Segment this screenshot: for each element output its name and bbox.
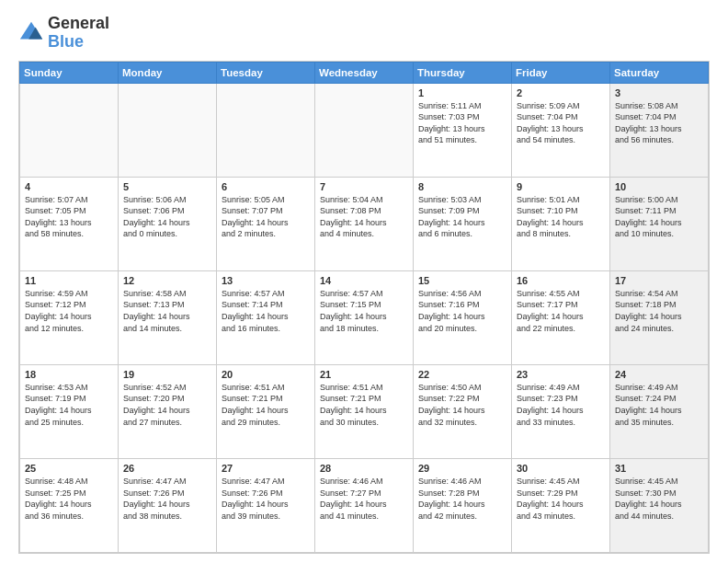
day-info: Sunrise: 4:51 AMSunset: 7:21 PMDaylight:… bbox=[320, 382, 408, 428]
day-info: Sunrise: 5:09 AMSunset: 7:04 PMDaylight:… bbox=[517, 100, 605, 146]
day-number: 1 bbox=[418, 87, 506, 98]
week-row-0: 1Sunrise: 5:11 AMSunset: 7:03 PMDaylight… bbox=[20, 83, 709, 177]
day-info: Sunrise: 5:03 AMSunset: 7:09 PMDaylight:… bbox=[418, 194, 506, 240]
day-info: Sunrise: 4:47 AMSunset: 7:26 PMDaylight:… bbox=[123, 476, 211, 522]
day-number: 15 bbox=[418, 275, 506, 286]
weekday-header-saturday: Saturday bbox=[610, 62, 709, 83]
day-number: 12 bbox=[123, 275, 211, 286]
calendar-cell: 23Sunrise: 4:49 AMSunset: 7:23 PMDayligh… bbox=[512, 364, 610, 458]
logo-text: GeneralBlue bbox=[48, 15, 109, 52]
day-info: Sunrise: 5:00 AMSunset: 7:11 PMDaylight:… bbox=[615, 194, 703, 240]
day-info: Sunrise: 4:49 AMSunset: 7:24 PMDaylight:… bbox=[615, 382, 703, 428]
day-number: 16 bbox=[517, 275, 605, 286]
calendar-cell bbox=[119, 83, 217, 177]
calendar-cell: 9Sunrise: 5:01 AMSunset: 7:10 PMDaylight… bbox=[512, 177, 610, 270]
day-info: Sunrise: 4:59 AMSunset: 7:12 PMDaylight:… bbox=[25, 288, 113, 334]
calendar-header: SundayMondayTuesdayWednesdayThursdayFrid… bbox=[20, 62, 709, 83]
day-number: 10 bbox=[615, 181, 703, 192]
day-info: Sunrise: 4:50 AMSunset: 7:22 PMDaylight:… bbox=[418, 382, 506, 428]
calendar-cell: 14Sunrise: 4:57 AMSunset: 7:15 PMDayligh… bbox=[315, 270, 414, 364]
day-info: Sunrise: 4:57 AMSunset: 7:14 PMDaylight:… bbox=[222, 288, 310, 334]
calendar-cell: 10Sunrise: 5:00 AMSunset: 7:11 PMDayligh… bbox=[610, 177, 709, 270]
calendar-cell: 30Sunrise: 4:45 AMSunset: 7:29 PMDayligh… bbox=[512, 458, 610, 552]
week-row-4: 25Sunrise: 4:48 AMSunset: 7:25 PMDayligh… bbox=[20, 458, 709, 552]
calendar-cell: 4Sunrise: 5:07 AMSunset: 7:05 PMDaylight… bbox=[20, 177, 119, 270]
calendar-cell bbox=[315, 83, 414, 177]
day-number: 4 bbox=[25, 181, 113, 192]
day-info: Sunrise: 4:48 AMSunset: 7:25 PMDaylight:… bbox=[25, 476, 113, 522]
day-info: Sunrise: 5:01 AMSunset: 7:10 PMDaylight:… bbox=[517, 194, 605, 240]
day-number: 5 bbox=[123, 181, 211, 192]
day-info: Sunrise: 5:11 AMSunset: 7:03 PMDaylight:… bbox=[418, 100, 506, 146]
day-info: Sunrise: 4:57 AMSunset: 7:15 PMDaylight:… bbox=[320, 288, 408, 334]
calendar-cell: 27Sunrise: 4:47 AMSunset: 7:26 PMDayligh… bbox=[217, 458, 315, 552]
weekday-header-thursday: Thursday bbox=[414, 62, 512, 83]
week-row-2: 11Sunrise: 4:59 AMSunset: 7:12 PMDayligh… bbox=[20, 270, 709, 364]
calendar-cell: 6Sunrise: 5:05 AMSunset: 7:07 PMDaylight… bbox=[217, 177, 315, 270]
day-number: 2 bbox=[517, 87, 605, 98]
day-info: Sunrise: 4:56 AMSunset: 7:16 PMDaylight:… bbox=[418, 288, 506, 334]
calendar-cell: 8Sunrise: 5:03 AMSunset: 7:09 PMDaylight… bbox=[414, 177, 512, 270]
day-info: Sunrise: 4:45 AMSunset: 7:30 PMDaylight:… bbox=[615, 476, 703, 522]
day-info: Sunrise: 5:07 AMSunset: 7:05 PMDaylight:… bbox=[25, 194, 113, 240]
calendar-cell: 15Sunrise: 4:56 AMSunset: 7:16 PMDayligh… bbox=[414, 270, 512, 364]
day-number: 11 bbox=[25, 275, 113, 286]
calendar-cell: 17Sunrise: 4:54 AMSunset: 7:18 PMDayligh… bbox=[610, 270, 709, 364]
day-number: 30 bbox=[517, 463, 605, 474]
day-number: 27 bbox=[222, 463, 310, 474]
day-info: Sunrise: 5:04 AMSunset: 7:08 PMDaylight:… bbox=[320, 194, 408, 240]
day-number: 28 bbox=[320, 463, 408, 474]
weekday-header-sunday: Sunday bbox=[20, 62, 119, 83]
day-number: 6 bbox=[222, 181, 310, 192]
week-row-1: 4Sunrise: 5:07 AMSunset: 7:05 PMDaylight… bbox=[20, 177, 709, 270]
calendar-cell: 11Sunrise: 4:59 AMSunset: 7:12 PMDayligh… bbox=[20, 270, 119, 364]
weekday-row: SundayMondayTuesdayWednesdayThursdayFrid… bbox=[20, 62, 709, 83]
day-number: 24 bbox=[615, 369, 703, 380]
weekday-header-monday: Monday bbox=[119, 62, 217, 83]
calendar-cell: 1Sunrise: 5:11 AMSunset: 7:03 PMDaylight… bbox=[414, 83, 512, 177]
day-number: 29 bbox=[418, 463, 506, 474]
calendar-cell: 5Sunrise: 5:06 AMSunset: 7:06 PMDaylight… bbox=[119, 177, 217, 270]
calendar-cell: 13Sunrise: 4:57 AMSunset: 7:14 PMDayligh… bbox=[217, 270, 315, 364]
day-number: 3 bbox=[615, 87, 703, 98]
day-info: Sunrise: 4:55 AMSunset: 7:17 PMDaylight:… bbox=[517, 288, 605, 334]
day-number: 22 bbox=[418, 369, 506, 380]
calendar-cell: 3Sunrise: 5:08 AMSunset: 7:04 PMDaylight… bbox=[610, 83, 709, 177]
calendar-cell: 20Sunrise: 4:51 AMSunset: 7:21 PMDayligh… bbox=[217, 364, 315, 458]
day-info: Sunrise: 4:58 AMSunset: 7:13 PMDaylight:… bbox=[123, 288, 211, 334]
calendar-cell: 29Sunrise: 4:46 AMSunset: 7:28 PMDayligh… bbox=[414, 458, 512, 552]
calendar-cell: 16Sunrise: 4:55 AMSunset: 7:17 PMDayligh… bbox=[512, 270, 610, 364]
day-number: 13 bbox=[222, 275, 310, 286]
calendar-cell: 21Sunrise: 4:51 AMSunset: 7:21 PMDayligh… bbox=[315, 364, 414, 458]
day-info: Sunrise: 4:49 AMSunset: 7:23 PMDaylight:… bbox=[517, 382, 605, 428]
day-number: 23 bbox=[517, 369, 605, 380]
day-number: 26 bbox=[123, 463, 211, 474]
day-info: Sunrise: 5:06 AMSunset: 7:06 PMDaylight:… bbox=[123, 194, 211, 240]
day-info: Sunrise: 4:52 AMSunset: 7:20 PMDaylight:… bbox=[123, 382, 211, 428]
day-number: 7 bbox=[320, 181, 408, 192]
day-info: Sunrise: 5:05 AMSunset: 7:07 PMDaylight:… bbox=[222, 194, 310, 240]
calendar-cell: 24Sunrise: 4:49 AMSunset: 7:24 PMDayligh… bbox=[610, 364, 709, 458]
calendar-cell: 7Sunrise: 5:04 AMSunset: 7:08 PMDaylight… bbox=[315, 177, 414, 270]
calendar-cell: 22Sunrise: 4:50 AMSunset: 7:22 PMDayligh… bbox=[414, 364, 512, 458]
logo: GeneralBlue bbox=[18, 15, 109, 52]
calendar-cell: 31Sunrise: 4:45 AMSunset: 7:30 PMDayligh… bbox=[610, 458, 709, 552]
calendar-cell: 18Sunrise: 4:53 AMSunset: 7:19 PMDayligh… bbox=[20, 364, 119, 458]
day-number: 9 bbox=[517, 181, 605, 192]
day-number: 18 bbox=[25, 369, 113, 380]
day-info: Sunrise: 4:45 AMSunset: 7:29 PMDaylight:… bbox=[517, 476, 605, 522]
logo-icon bbox=[18, 20, 44, 46]
calendar-table: SundayMondayTuesdayWednesdayThursdayFrid… bbox=[19, 62, 709, 553]
week-row-3: 18Sunrise: 4:53 AMSunset: 7:19 PMDayligh… bbox=[20, 364, 709, 458]
calendar-body: 1Sunrise: 5:11 AMSunset: 7:03 PMDaylight… bbox=[20, 83, 709, 552]
day-info: Sunrise: 4:46 AMSunset: 7:28 PMDaylight:… bbox=[418, 476, 506, 522]
calendar-cell: 12Sunrise: 4:58 AMSunset: 7:13 PMDayligh… bbox=[119, 270, 217, 364]
calendar-cell: 26Sunrise: 4:47 AMSunset: 7:26 PMDayligh… bbox=[119, 458, 217, 552]
header: GeneralBlue bbox=[18, 15, 710, 52]
calendar-cell: 25Sunrise: 4:48 AMSunset: 7:25 PMDayligh… bbox=[20, 458, 119, 552]
day-number: 14 bbox=[320, 275, 408, 286]
day-info: Sunrise: 4:51 AMSunset: 7:21 PMDaylight:… bbox=[222, 382, 310, 428]
calendar: SundayMondayTuesdayWednesdayThursdayFrid… bbox=[18, 61, 710, 554]
day-number: 21 bbox=[320, 369, 408, 380]
calendar-cell: 19Sunrise: 4:52 AMSunset: 7:20 PMDayligh… bbox=[119, 364, 217, 458]
